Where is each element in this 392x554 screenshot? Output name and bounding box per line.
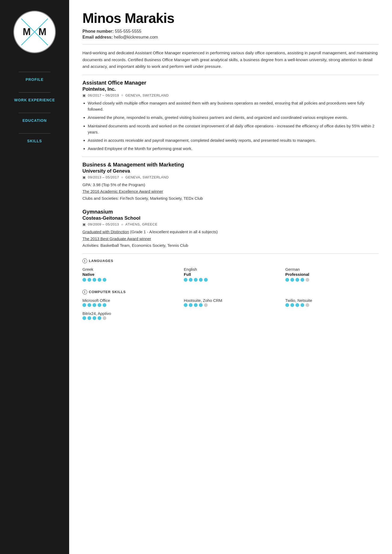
work-experience-section: Assistant Office Manager Pointwise, Inc.…: [82, 80, 379, 152]
divider-after-education: [82, 253, 379, 254]
skill-greek-level: Native: [82, 272, 176, 277]
skill-hootsuite-name: Hootsuite, Zoho CRM: [184, 298, 277, 303]
profile-section: Hard-working and dedicated Assistant Off…: [82, 49, 379, 70]
skill-twilio-name: Twilio, Netsuite: [285, 298, 379, 303]
dot: [285, 278, 289, 282]
languages-label: LANGUAGES: [89, 259, 113, 263]
dot: [295, 278, 299, 282]
dot: [184, 303, 187, 307]
sidebar-label-profile: PROFILE: [26, 77, 44, 82]
company-name-0: Pointwise, Inc.: [82, 86, 379, 92]
skill-english-level: Full: [184, 272, 277, 277]
edu-meta-1: ▣ 09/2009 – 05/2013 ○ ATHENS, GREECE: [82, 222, 379, 226]
job-location-0: GENEVA, SWITZERLAND: [125, 93, 169, 97]
divider-profile: [19, 72, 51, 72]
dot: [87, 303, 91, 307]
skill-bitrix-dots: [82, 316, 379, 320]
divider-after-work: [82, 157, 379, 157]
avatar-initial-left: M: [23, 26, 31, 38]
dot: [87, 316, 91, 320]
email-line: Email address: hello@kickresume.com: [82, 35, 379, 40]
edu-location-1: ATHENS, GREECE: [125, 222, 157, 226]
sidebar: M M PROFILE WORK EXPERIENCE EDUCATION SK…: [0, 0, 69, 554]
skill-bitrix-row: Bitrix24, Apptivo: [82, 311, 379, 320]
sidebar-section-education: EDUCATION: [0, 110, 69, 131]
bullet-0-1: Answered the phone, responded to emails,…: [88, 114, 379, 120]
info-icon-computer: i: [82, 290, 87, 294]
dot: [295, 303, 299, 307]
dot: [87, 278, 91, 282]
edu-clubs-0: Clubs and Societies: FinTech Society, Ma…: [82, 195, 379, 202]
edu-school-1: Costeas-Geitonas School: [82, 215, 379, 221]
edu-loc-icon-0: ○: [121, 175, 123, 179]
divider-work: [19, 92, 51, 93]
computer-category-label: i COMPUTER SKILLS: [82, 290, 379, 294]
email-value: hello@kickresume.com: [114, 35, 158, 39]
dot: [194, 303, 198, 307]
avatar-initial-right: M: [39, 26, 47, 38]
job-meta-0: ▣ 06/2017 – 06/2019 ○ GENEVA, SWITZERLAN…: [82, 93, 379, 97]
divider-after-header: [82, 44, 379, 45]
divider-skills: [19, 133, 51, 134]
dot: [103, 316, 106, 320]
sidebar-section-work: WORK EXPERIENCE: [0, 90, 69, 110]
profile-text: Hard-working and dedicated Assistant Off…: [82, 49, 379, 70]
dot: [285, 303, 289, 307]
main-content: Minos Marakis Phone number: 555-555-5555…: [69, 0, 392, 554]
edu-date-1: 09/2009 – 05/2013: [88, 222, 119, 226]
skill-ms-office-name: Microsoft Office: [82, 298, 176, 303]
languages-grid: Greek Native English Full: [82, 267, 379, 283]
dot: [189, 278, 193, 282]
sidebar-label-skills: SKILLS: [27, 139, 42, 143]
edu-degree-0: Business & Management with Marketing: [82, 162, 379, 168]
dot: [93, 278, 96, 282]
dot: [199, 278, 203, 282]
dot: [290, 303, 294, 307]
full-name: Minos Marakis: [82, 11, 379, 26]
computer-label: COMPUTER SKILLS: [89, 290, 126, 294]
skill-greek-dots: [82, 278, 176, 282]
edu-cal-icon-1: ▣: [82, 222, 86, 226]
dot: [82, 278, 86, 282]
sidebar-label-education: EDUCATION: [22, 118, 47, 123]
dot: [98, 303, 101, 307]
job-title-0: Assistant Office Manager: [82, 80, 379, 86]
sidebar-section-profile: PROFILE: [0, 69, 69, 90]
computer-skills-section: i COMPUTER SKILLS Microsoft Office: [82, 290, 379, 320]
skill-english-name: English: [184, 267, 277, 272]
avatar: M M: [13, 11, 56, 53]
dot: [306, 278, 309, 282]
dot: [306, 303, 309, 307]
dot: [82, 303, 86, 307]
avatar-initials: M M: [14, 26, 55, 38]
skill-german: German Professional: [285, 267, 379, 283]
edu-location-0: GENEVA, SWITZERLAND: [125, 175, 169, 179]
skills-section: i LANGUAGES Greek Native English Full: [82, 259, 379, 320]
edu-school-0: University of Geneva: [82, 168, 379, 174]
dot: [189, 303, 193, 307]
dot: [290, 278, 294, 282]
info-icon-languages: i: [82, 259, 87, 263]
edu-entry-1: Gymnasium Costeas-Geitonas School ▣ 09/2…: [82, 209, 379, 249]
phone-line: Phone number: 555-555-5555: [82, 29, 379, 34]
edu-loc-icon-1: ○: [121, 223, 123, 226]
dot: [184, 278, 187, 282]
skill-german-dots: [285, 278, 379, 282]
name-block: Minos Marakis: [82, 11, 379, 26]
dot: [301, 278, 304, 282]
edu-activities-1: Activities: Basketball Team, Economics S…: [82, 243, 379, 249]
dot: [98, 278, 101, 282]
skill-twilio: Twilio, Netsuite: [285, 298, 379, 309]
dot: [204, 278, 208, 282]
skill-german-level: Professional: [285, 272, 379, 277]
phone-value: 555-555-5555: [115, 29, 141, 34]
location-icon-0: ○: [121, 93, 123, 97]
calendar-icon-0: ▣: [82, 93, 86, 97]
dot: [199, 303, 203, 307]
edu-date-0: 09/2013 – 05/2017: [88, 175, 119, 179]
skill-twilio-dots: [285, 303, 379, 307]
skill-ms-office: Microsoft Office: [82, 298, 176, 309]
skill-german-name: German: [285, 267, 379, 272]
languages-category-label: i LANGUAGES: [82, 259, 379, 263]
dot: [82, 316, 86, 320]
